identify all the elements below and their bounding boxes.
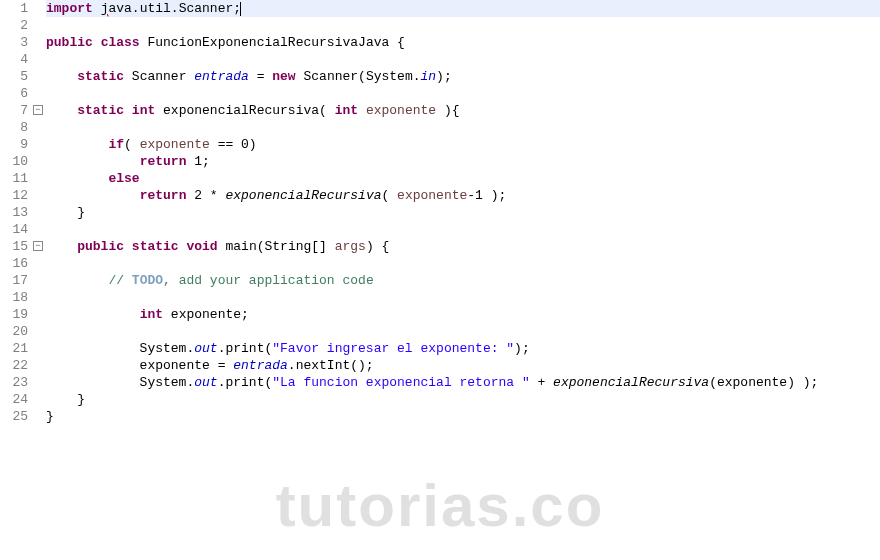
code-line[interactable] xyxy=(46,255,880,272)
code-token xyxy=(46,154,140,169)
text-cursor xyxy=(240,2,241,16)
code-token: "Favor ingresar el exponente: " xyxy=(272,341,514,356)
line-number: 25 xyxy=(0,408,28,425)
code-token xyxy=(46,273,108,288)
code-line[interactable]: static int exponencialRecursiva( int exp… xyxy=(46,102,880,119)
code-line[interactable]: exponente = entrada.nextInt(); xyxy=(46,357,880,374)
code-line[interactable] xyxy=(46,323,880,340)
line-number: 10 xyxy=(0,153,28,170)
code-line[interactable]: } xyxy=(46,408,880,425)
code-token: .print( xyxy=(218,375,273,390)
code-line[interactable] xyxy=(46,51,880,68)
code-text-area[interactable]: import java.util.Scanner;public class Fu… xyxy=(46,0,880,425)
code-line[interactable]: // TODO, add your application code xyxy=(46,272,880,289)
code-line[interactable]: int exponente; xyxy=(46,306,880,323)
line-number: 19 xyxy=(0,306,28,323)
code-token: "La funcion exponencial retorna " xyxy=(272,375,529,390)
fold-toggle-icon[interactable]: − xyxy=(33,241,43,251)
code-token: public xyxy=(46,35,93,50)
code-token: in xyxy=(421,69,437,84)
code-token: int xyxy=(140,307,163,322)
code-token: + xyxy=(530,375,553,390)
code-line[interactable]: } xyxy=(46,391,880,408)
code-line[interactable]: return 2 * exponencialRecursiva( exponen… xyxy=(46,187,880,204)
line-number-gutter: 1234567891011121314151617181920212223242… xyxy=(0,0,32,425)
code-token: // xyxy=(108,273,131,288)
line-number: 6 xyxy=(0,85,28,102)
code-token xyxy=(46,137,108,152)
code-token: == 0) xyxy=(210,137,257,152)
code-line[interactable]: static Scanner entrada = new Scanner(Sys… xyxy=(46,68,880,85)
code-token: TODO xyxy=(132,273,163,288)
code-token xyxy=(46,69,77,84)
code-line[interactable]: else xyxy=(46,170,880,187)
fold-toggle-icon[interactable]: − xyxy=(33,105,43,115)
code-token: class xyxy=(101,35,140,50)
code-token: (exponente) ); xyxy=(709,375,818,390)
code-token: ava.util.Scanner; xyxy=(108,1,241,16)
code-token: , add your application code xyxy=(163,273,374,288)
code-token: Scanner(System. xyxy=(296,69,421,84)
line-number: 12 xyxy=(0,187,28,204)
code-line[interactable]: return 1; xyxy=(46,153,880,170)
code-token xyxy=(124,103,132,118)
code-token: exponencialRecursiva xyxy=(553,375,709,390)
code-line[interactable] xyxy=(46,119,880,136)
code-token xyxy=(124,239,132,254)
code-token: exponente xyxy=(140,137,210,152)
line-number: 11 xyxy=(0,170,28,187)
code-token: exponencialRecursiva( xyxy=(155,103,334,118)
code-line[interactable]: System.out.print("Favor ingresar el expo… xyxy=(46,340,880,357)
code-token: .nextInt(); xyxy=(288,358,374,373)
code-token: ( xyxy=(124,137,140,152)
code-editor[interactable]: 1234567891011121314151617181920212223242… xyxy=(0,0,880,425)
code-token: exponencialRecursiva xyxy=(225,188,381,203)
line-number: 16 xyxy=(0,255,28,272)
code-token xyxy=(46,307,140,322)
code-token: import xyxy=(46,1,93,16)
code-token: ( xyxy=(381,188,397,203)
line-number: 2 xyxy=(0,17,28,34)
fold-column[interactable]: −− xyxy=(32,0,46,425)
code-line[interactable]: if( exponente == 0) xyxy=(46,136,880,153)
code-token: } xyxy=(46,409,54,424)
line-number: 14 xyxy=(0,221,28,238)
code-line[interactable] xyxy=(46,289,880,306)
code-token: out xyxy=(194,375,217,390)
code-token: ) { xyxy=(366,239,389,254)
line-number: 20 xyxy=(0,323,28,340)
code-line[interactable]: } xyxy=(46,204,880,221)
code-token: = xyxy=(249,69,272,84)
code-line[interactable]: public class FuncionExponencialRecursiva… xyxy=(46,34,880,51)
code-line[interactable]: import java.util.Scanner; xyxy=(46,0,880,17)
code-token: static xyxy=(77,103,124,118)
code-token: } xyxy=(46,205,85,220)
code-token: System. xyxy=(46,341,194,356)
code-line[interactable]: System.out.print("La funcion exponencial… xyxy=(46,374,880,391)
code-line[interactable] xyxy=(46,85,880,102)
line-number: 15 xyxy=(0,238,28,255)
code-token: System. xyxy=(46,375,194,390)
code-token: public xyxy=(77,239,124,254)
code-line[interactable] xyxy=(46,17,880,34)
code-token xyxy=(93,1,101,16)
code-line[interactable]: public static void main(String[] args) { xyxy=(46,238,880,255)
code-token: out xyxy=(194,341,217,356)
line-number: 7 xyxy=(0,102,28,119)
code-token: else xyxy=(108,171,139,186)
code-token: static xyxy=(132,239,179,254)
code-token: int xyxy=(335,103,358,118)
code-line[interactable] xyxy=(46,221,880,238)
code-token: -1 ); xyxy=(467,188,506,203)
code-token: return xyxy=(140,188,187,203)
line-number: 1 xyxy=(0,0,28,17)
watermark-text: tutorias.co xyxy=(276,471,605,540)
code-token: exponente; xyxy=(163,307,249,322)
code-token: Scanner xyxy=(124,69,194,84)
line-number: 22 xyxy=(0,357,28,374)
line-number: 23 xyxy=(0,374,28,391)
code-token: } xyxy=(46,392,85,407)
code-token xyxy=(46,103,77,118)
line-number: 21 xyxy=(0,340,28,357)
code-token: if xyxy=(108,137,124,152)
